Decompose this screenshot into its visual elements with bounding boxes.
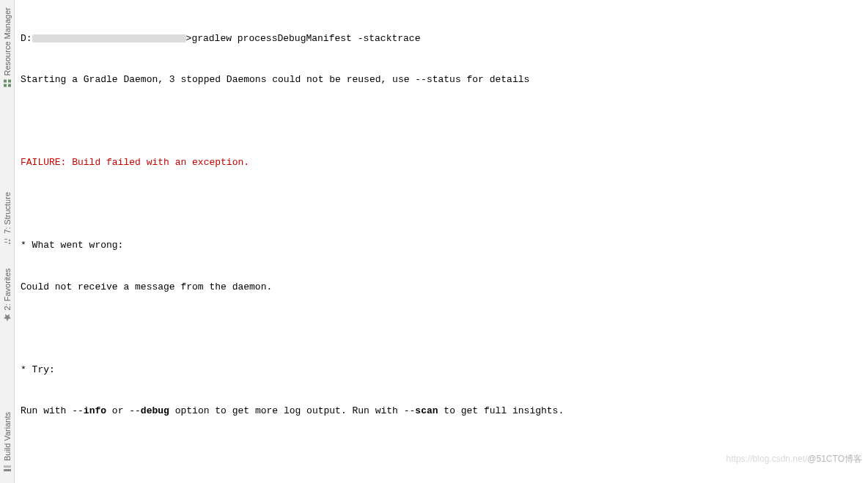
tab-build-variants[interactable]: Build Variants xyxy=(1,408,13,477)
structure-icon xyxy=(3,236,12,245)
tab-label: 2: Favorites xyxy=(3,268,12,310)
redacted-path xyxy=(32,34,186,43)
failure-line: FAILURE: Build failed with an exception. xyxy=(21,156,862,170)
section-header: * Try: xyxy=(21,364,862,377)
svg-rect-5 xyxy=(9,239,10,240)
tab-label: Build Variants xyxy=(3,412,12,461)
svg-rect-3 xyxy=(4,80,7,83)
watermark: https://blog.csdn.net/@51CTO博客 xyxy=(716,440,862,479)
option-debug: debug xyxy=(141,405,169,416)
tab-structure[interactable]: 7: Structure xyxy=(1,188,13,250)
svg-rect-6 xyxy=(4,241,7,242)
console-blank xyxy=(21,198,862,212)
ide-side-rail: Resource Manager 7: Structure 2: Favorit… xyxy=(0,0,15,483)
star-icon xyxy=(3,314,12,322)
watermark-url: https://blog.csdn.net/ xyxy=(727,454,808,464)
text: to get full insights. xyxy=(438,405,564,416)
watermark-text: @51CTO博客 xyxy=(807,454,862,464)
svg-rect-0 xyxy=(8,84,11,87)
console-line: Run with --info or --debug option to get… xyxy=(21,405,862,419)
tab-favorites[interactable]: 2: Favorites xyxy=(1,264,13,326)
text: option to get more log output. Run with … xyxy=(169,405,415,416)
svg-rect-10 xyxy=(4,465,11,468)
tab-label: Resource Manager xyxy=(3,7,12,76)
build-output-console[interactable]: D:>gradlew processDebugManifest -stacktr… xyxy=(15,0,868,483)
svg-marker-8 xyxy=(4,314,11,322)
svg-rect-1 xyxy=(4,84,7,87)
console-line: Starting a Gradle Daemon, 3 stopped Daem… xyxy=(21,73,862,87)
svg-rect-4 xyxy=(9,242,10,243)
svg-rect-9 xyxy=(4,469,11,471)
tab-resource-manager[interactable]: Resource Manager xyxy=(1,3,13,92)
text: or -- xyxy=(106,405,141,416)
option-scan: scan xyxy=(415,405,438,416)
console-blank xyxy=(21,115,862,129)
svg-rect-7 xyxy=(4,238,7,239)
console-blank xyxy=(21,322,862,336)
svg-rect-2 xyxy=(8,80,11,83)
text: Run with -- xyxy=(21,405,84,416)
option-info: info xyxy=(84,405,106,416)
section-header: * What went wrong: xyxy=(21,239,862,253)
prompt-command: >gradlew processDebugManifest -stacktrac… xyxy=(186,33,421,44)
console-line: D:>gradlew processDebugManifest -stacktr… xyxy=(21,32,862,46)
prompt-path: D: xyxy=(21,33,32,44)
console-line: Could not receive a message from the dae… xyxy=(21,281,862,295)
tab-label: 7: Structure xyxy=(3,192,12,234)
resource-manager-icon xyxy=(3,79,12,88)
build-variants-icon xyxy=(3,464,12,473)
